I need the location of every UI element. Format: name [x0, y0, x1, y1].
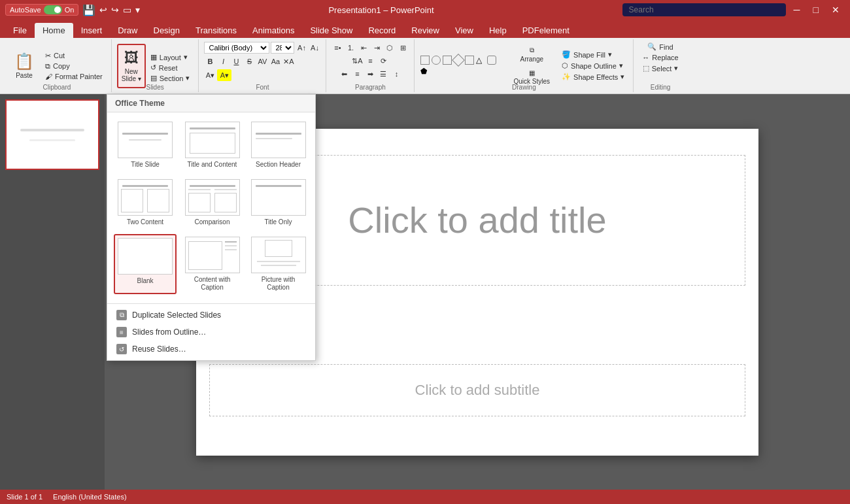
- tab-draw[interactable]: Draw: [110, 23, 145, 38]
- numbering-button[interactable]: 1.: [345, 42, 356, 54]
- tab-help[interactable]: Help: [481, 23, 515, 38]
- minimize-button[interactable]: ─: [789, 5, 806, 15]
- from-outline-action[interactable]: ≡ Slides from Outline…: [107, 324, 315, 341]
- shape-item[interactable]: [420, 56, 430, 65]
- layout-label-content-caption: Content withCaption: [194, 276, 231, 292]
- text-direction-button[interactable]: ⇅A: [351, 55, 363, 67]
- shape-effects-label: Shape Effects: [573, 73, 618, 81]
- shape-outline-button[interactable]: ⬡ Shape Outline ▾: [558, 61, 628, 71]
- smartart-button[interactable]: ⬡: [384, 42, 396, 54]
- undo-icon[interactable]: ↩: [99, 5, 107, 15]
- tab-review[interactable]: Review: [403, 23, 447, 38]
- increase-indent-button[interactable]: ⇥: [371, 42, 382, 54]
- search-input[interactable]: [622, 3, 786, 16]
- section-button[interactable]: ▤ Section ▾: [147, 73, 194, 83]
- format-painter-button[interactable]: 🖌 Format Painter: [42, 72, 106, 81]
- ribbon-group-font: Calibri (Body) 28 A↑ A↓ B I U S AV Aa ✕A…: [199, 39, 326, 92]
- tab-insert[interactable]: Insert: [73, 23, 110, 38]
- align-text-button[interactable]: ≡: [364, 55, 376, 67]
- shape-item[interactable]: [443, 56, 452, 65]
- layout-thumb-blank: [118, 238, 173, 275]
- layout-title-slide[interactable]: Title Slide: [114, 119, 177, 171]
- arrange-button[interactable]: ⧉ Arrange: [510, 44, 553, 65]
- cut-button[interactable]: ✂ Cut: [42, 51, 106, 61]
- decrease-indent-button[interactable]: ⇤: [358, 42, 369, 54]
- increase-font-button[interactable]: A↑: [296, 42, 307, 54]
- shape-item[interactable]: [452, 54, 466, 67]
- align-left-button[interactable]: ⬅: [338, 68, 350, 80]
- convert-smartart-button[interactable]: ⟳: [377, 55, 389, 67]
- select-button[interactable]: ⬚ Select ▾: [639, 63, 682, 73]
- status-bar: Slide 1 of 1 English (United States): [0, 490, 850, 504]
- font-color-button[interactable]: A▾: [204, 69, 216, 81]
- bold-button[interactable]: B: [204, 56, 216, 67]
- slide-thumbnail[interactable]: [5, 99, 99, 170]
- shape-fill-arrow: ▾: [608, 50, 612, 59]
- tab-home[interactable]: Home: [35, 23, 73, 38]
- layout-picture-caption[interactable]: Picture withCaption: [248, 234, 309, 294]
- more-icon[interactable]: ▾: [135, 5, 140, 15]
- layout-button[interactable]: ▦ Layout ▾: [147, 52, 194, 62]
- copy-button[interactable]: ⧉ Copy: [42, 61, 106, 71]
- tab-view[interactable]: View: [447, 23, 481, 38]
- reuse-slides-action[interactable]: ↺ Reuse Slides…: [107, 341, 315, 358]
- shape-fill-button[interactable]: 🪣 Shape Fill ▾: [558, 50, 628, 59]
- shape-item[interactable]: △: [476, 56, 485, 65]
- font-name-select[interactable]: Calibri (Body): [204, 42, 269, 54]
- autosave-badge[interactable]: AutoSave On: [5, 4, 78, 16]
- shape-item[interactable]: ⬟: [420, 67, 430, 76]
- columns-button[interactable]: ⊞: [397, 42, 409, 54]
- replace-button[interactable]: ↔ Replace: [639, 53, 681, 62]
- close-button[interactable]: ✕: [826, 5, 845, 15]
- find-button[interactable]: 🔍 Find: [644, 42, 676, 52]
- duplicate-label: Duplicate Selected Slides: [132, 311, 221, 320]
- shape-item[interactable]: [487, 56, 496, 65]
- replace-label: Replace: [652, 54, 678, 61]
- layout-content-caption[interactable]: Content withCaption: [182, 234, 243, 294]
- underline-button[interactable]: U: [230, 56, 242, 67]
- maximize-button[interactable]: □: [808, 5, 824, 15]
- save-icon[interactable]: 💾: [82, 4, 95, 16]
- redo-icon[interactable]: ↪: [111, 5, 119, 15]
- tab-design[interactable]: Design: [146, 23, 188, 38]
- duplicate-action[interactable]: ⧉ Duplicate Selected Slides: [107, 307, 315, 324]
- line-spacing-button[interactable]: ↕: [390, 68, 402, 80]
- tab-transitions[interactable]: Transitions: [188, 23, 245, 38]
- shape-item[interactable]: [465, 56, 474, 65]
- shape-item[interactable]: [432, 56, 441, 65]
- tab-pdfelement[interactable]: PDFelement: [515, 23, 577, 38]
- strikethrough-button[interactable]: S: [243, 56, 255, 67]
- layout-title-only[interactable]: Title Only: [248, 176, 309, 229]
- layout-thumb-title-slide: [118, 122, 173, 158]
- shape-effects-button[interactable]: ✨ Shape Effects ▾: [558, 72, 628, 82]
- layout-blank[interactable]: Blank: [114, 234, 177, 294]
- tab-file[interactable]: File: [5, 23, 35, 38]
- change-case-button[interactable]: Aa: [269, 56, 281, 67]
- align-center-button[interactable]: ≡: [351, 68, 363, 80]
- section-label: Section: [160, 75, 184, 82]
- tab-slideshow[interactable]: Slide Show: [302, 23, 360, 38]
- tab-animations[interactable]: Animations: [245, 23, 302, 38]
- layout-two-content[interactable]: Two Content: [114, 176, 177, 229]
- char-spacing-button[interactable]: AV: [256, 56, 268, 67]
- slide-panel[interactable]: 1: [0, 94, 105, 490]
- autosave-toggle[interactable]: [44, 5, 62, 14]
- decrease-font-button[interactable]: A↓: [309, 42, 320, 54]
- italic-button[interactable]: I: [217, 56, 229, 67]
- justify-button[interactable]: ☰: [377, 68, 389, 80]
- font-size-select[interactable]: 28: [271, 42, 294, 54]
- highlight-button[interactable]: A▾: [217, 69, 231, 81]
- layout-section-header[interactable]: Section Header: [248, 119, 309, 171]
- ribbon-group-drawing: △ ⬟ ⧉ Arrange ▦ Quick Styles 🪣 Shape Fil…: [415, 39, 634, 92]
- layout-title-content[interactable]: Title and Content: [182, 119, 243, 171]
- slide-subtitle-area[interactable]: Click to add subtitle: [209, 364, 745, 416]
- align-right-button[interactable]: ➡: [364, 68, 376, 80]
- new-slide-button[interactable]: 🖼 NewSlide ▾: [117, 44, 146, 88]
- paste-button[interactable]: 📋 Paste: [8, 44, 41, 88]
- layout-comparison[interactable]: Comparison: [182, 176, 243, 229]
- present-icon[interactable]: ▭: [123, 5, 131, 15]
- tab-record[interactable]: Record: [360, 23, 403, 38]
- reset-button[interactable]: ↺ Reset: [147, 63, 194, 73]
- clear-format-button[interactable]: ✕A: [282, 56, 294, 67]
- bullets-button[interactable]: ≡•: [332, 42, 343, 54]
